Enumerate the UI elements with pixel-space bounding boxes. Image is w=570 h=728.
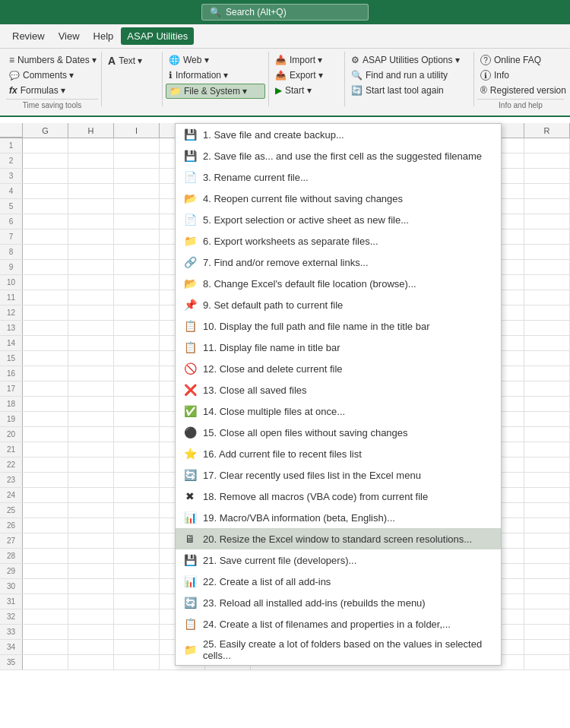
dropdown-item-13[interactable]: ❌13. Close all saved files	[176, 379, 501, 400]
grid-cell[interactable]	[68, 625, 114, 639]
grid-cell[interactable]	[68, 214, 114, 229]
grid-cell[interactable]	[23, 366, 68, 381]
grid-cell[interactable]	[23, 655, 68, 669]
grid-cell[interactable]	[68, 245, 114, 259]
grid-cell[interactable]	[114, 321, 160, 335]
grid-cell[interactable]	[23, 351, 68, 366]
grid-cell[interactable]	[114, 154, 160, 168]
grid-cell[interactable]	[23, 473, 68, 487]
grid-cell[interactable]	[68, 290, 114, 305]
grid-cell[interactable]	[114, 351, 160, 366]
grid-cell[interactable]	[114, 594, 160, 609]
grid-cell[interactable]	[114, 184, 160, 198]
ribbon-btn-registered[interactable]: ® Registered version	[477, 84, 564, 97]
grid-cell[interactable]	[68, 229, 114, 244]
grid-cell[interactable]	[114, 290, 160, 305]
grid-cell[interactable]	[114, 564, 160, 578]
grid-cell[interactable]	[114, 457, 160, 472]
menu-view[interactable]: View	[52, 27, 86, 45]
grid-cell[interactable]	[114, 381, 160, 396]
dropdown-item-11[interactable]: 📋11. Display file name in title bar	[176, 337, 501, 358]
grid-cell[interactable]	[114, 473, 160, 487]
grid-cell[interactable]	[23, 199, 68, 214]
grid-cell[interactable]	[114, 549, 160, 563]
grid-cell[interactable]	[114, 138, 160, 153]
grid-cell[interactable]	[23, 427, 68, 442]
grid-cell[interactable]	[23, 457, 68, 472]
grid-cell[interactable]	[23, 609, 68, 624]
menu-asap[interactable]: ASAP Utilities	[121, 27, 194, 45]
dropdown-item-14[interactable]: ✅14. Close multiple files at once...	[176, 400, 501, 422]
grid-cell[interactable]	[23, 184, 68, 198]
grid-cell[interactable]	[23, 229, 68, 244]
grid-cell[interactable]	[23, 488, 68, 502]
grid-cell[interactable]	[68, 473, 114, 487]
dropdown-item-6[interactable]: 📁6. Export worksheets as separate files.…	[176, 230, 501, 252]
ribbon-btn-web[interactable]: 🌐 Web ▾	[166, 53, 265, 67]
ribbon-btn-information[interactable]: ℹ Information ▾	[166, 68, 265, 82]
ribbon-btn-export[interactable]: 📤 Export ▾	[272, 68, 341, 82]
grid-cell[interactable]	[23, 625, 68, 639]
grid-cell[interactable]	[114, 640, 160, 654]
dropdown-item-10[interactable]: 📋10. Display the full path and file name…	[176, 315, 501, 337]
ribbon-btn-online-faq[interactable]: ? Online FAQ	[477, 53, 564, 67]
grid-cell[interactable]	[68, 579, 114, 593]
grid-cell[interactable]	[23, 503, 68, 518]
grid-cell[interactable]	[23, 336, 68, 350]
grid-cell[interactable]	[68, 351, 114, 366]
grid-cell[interactable]	[114, 609, 160, 624]
grid-cell[interactable]	[23, 549, 68, 563]
grid-cell[interactable]	[23, 275, 68, 290]
ribbon-btn-start[interactable]: ▶ Start ▾	[272, 84, 341, 97]
dropdown-item-24[interactable]: 📋24. Create a list of filenames and prop…	[176, 613, 501, 635]
grid-cell[interactable]	[23, 564, 68, 578]
grid-cell[interactable]	[114, 245, 160, 259]
grid-cell[interactable]	[68, 169, 114, 183]
grid-cell[interactable]	[68, 457, 114, 472]
ribbon-btn-find-utility[interactable]: 🔍 Find and run a utility	[348, 68, 470, 82]
grid-cell[interactable]	[23, 138, 68, 153]
grid-cell[interactable]	[68, 640, 114, 654]
grid-cell[interactable]	[23, 381, 68, 396]
grid-cell[interactable]	[114, 488, 160, 502]
grid-cell[interactable]	[114, 579, 160, 593]
grid-cell[interactable]	[114, 503, 160, 518]
grid-cell[interactable]	[68, 533, 114, 548]
dropdown-item-25[interactable]: 📁25. Easily create a lot of folders base…	[176, 635, 501, 665]
grid-cell[interactable]	[114, 427, 160, 442]
grid-cell[interactable]	[23, 579, 68, 593]
dropdown-item-22[interactable]: 📊22. Create a list of all add-ins	[176, 571, 501, 592]
grid-cell[interactable]	[68, 321, 114, 335]
grid-cell[interactable]	[114, 655, 160, 669]
grid-cell[interactable]	[23, 169, 68, 183]
grid-cell[interactable]	[114, 169, 160, 183]
dropdown-item-21[interactable]: 💾21. Save current file (developers)...	[176, 549, 501, 571]
dropdown-item-16[interactable]: ⭐16. Add current file to recent files li…	[176, 443, 501, 464]
grid-cell[interactable]	[68, 275, 114, 290]
grid-cell[interactable]	[23, 321, 68, 335]
grid-cell[interactable]	[23, 214, 68, 229]
ribbon-btn-asap-options[interactable]: ⚙ ASAP Utilities Options ▾	[348, 53, 470, 67]
grid-cell[interactable]	[68, 154, 114, 168]
grid-cell[interactable]	[68, 503, 114, 518]
dropdown-item-17[interactable]: 🔄17. Clear recently used files list in t…	[176, 464, 501, 486]
grid-cell[interactable]	[114, 199, 160, 214]
grid-cell[interactable]	[114, 305, 160, 320]
dropdown-item-1[interactable]: 💾1. Save file and create backup...	[176, 124, 501, 145]
grid-cell[interactable]	[68, 442, 114, 457]
ribbon-btn-numbers[interactable]: ≡ Numbers & Dates ▾	[6, 53, 98, 67]
grid-cell[interactable]	[23, 640, 68, 654]
dropdown-item-15[interactable]: ⚫15. Close all open files without saving…	[176, 422, 501, 443]
dropdown-item-3[interactable]: 📄3. Rename current file...	[176, 166, 501, 188]
grid-cell[interactable]	[23, 245, 68, 259]
menu-help[interactable]: Help	[87, 27, 120, 45]
grid-cell[interactable]	[68, 199, 114, 214]
grid-cell[interactable]	[68, 260, 114, 274]
grid-cell[interactable]	[68, 549, 114, 563]
dropdown-item-9[interactable]: 📌9. Set default path to current file	[176, 294, 501, 315]
dropdown-item-12[interactable]: 🚫12. Close and delete current file	[176, 358, 501, 379]
grid-cell[interactable]	[23, 154, 68, 168]
ribbon-btn-formulas[interactable]: fx Formulas ▾	[6, 84, 98, 97]
grid-cell[interactable]	[114, 275, 160, 290]
grid-cell[interactable]	[114, 442, 160, 457]
